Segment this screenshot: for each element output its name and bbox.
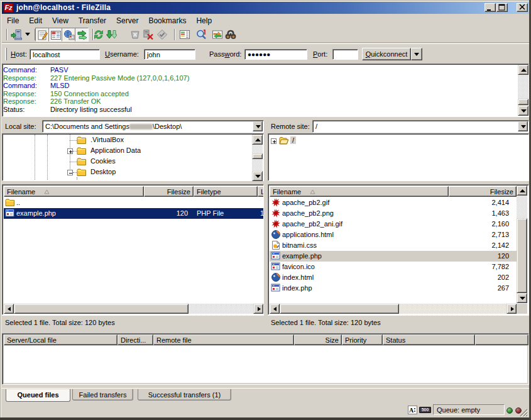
column-header-size[interactable]: Size [294, 334, 342, 345]
file-row-example-php[interactable]: example.php 120 PHP File 1 [4, 208, 263, 219]
column-header-remote-file[interactable]: Remote file [153, 334, 294, 345]
column-header-direction[interactable]: Directi... [118, 334, 153, 345]
file-row[interactable]: favicon.ico 7,782 [270, 262, 517, 272]
host-label: Host: [11, 50, 27, 58]
column-header-filesize[interactable]: Filesize [449, 186, 517, 197]
synchronized-browsing-button[interactable] [211, 28, 224, 41]
quickconnect-button[interactable]: Quickconnect [362, 48, 411, 60]
scroll-down-button[interactable] [517, 293, 527, 303]
scroll-thumb[interactable] [518, 99, 528, 105]
minimize-button[interactable] [484, 3, 496, 12]
local-file-list: Filename Filesize Filetype L .. example.… [2, 184, 264, 315]
scroll-left-button[interactable] [4, 304, 14, 314]
file-row[interactable]: index.html 202 [270, 272, 517, 283]
remote-list-vscrollbar[interactable] [517, 185, 527, 303]
remote-site-label: Remote site: [271, 123, 310, 130]
file-row[interactable]: applications.html 2,713 [270, 229, 517, 240]
site-manager-dropdown-button[interactable] [24, 28, 32, 41]
username-input[interactable]: john [144, 49, 195, 60]
toggle-transfer-queue-button[interactable] [75, 28, 89, 41]
local-site-dropdown-button[interactable] [253, 121, 263, 131]
remote-site-combobox[interactable]: / [312, 120, 529, 133]
expand-plus-icon[interactable] [67, 148, 73, 154]
scroll-right-button[interactable] [253, 304, 263, 314]
remote-tree: / [268, 133, 529, 181]
menu-transfer[interactable]: Transfer [74, 15, 111, 26]
scroll-thumb[interactable] [14, 304, 189, 314]
quickconnect-dropdown-button[interactable] [411, 48, 422, 60]
directory-comparison-button[interactable] [194, 28, 208, 41]
column-header-priority[interactable]: Priority [342, 334, 383, 345]
find-files-button[interactable] [224, 28, 238, 41]
scroll-left-button[interactable] [270, 304, 280, 314]
host-input[interactable]: localhost [30, 49, 100, 60]
resize-grip[interactable] [520, 409, 528, 417]
refresh-button[interactable] [92, 28, 106, 41]
file-row-example-php[interactable]: example.php 120 [270, 251, 517, 262]
tab-successful-transfers[interactable]: Successful transfers (1) [138, 389, 231, 401]
column-header-filetype[interactable]: Filetype [194, 186, 258, 197]
file-row[interactable]: apache_pb2.gif 2,414 [270, 197, 517, 208]
scroll-thumb[interactable] [252, 153, 263, 159]
column-header-filename[interactable]: Filename [270, 186, 449, 197]
local-list-hscrollbar[interactable] [4, 304, 263, 314]
scroll-thumb[interactable] [280, 304, 399, 314]
scroll-up-button[interactable] [517, 185, 527, 196]
scroll-up-button[interactable] [252, 135, 263, 145]
file-row[interactable]: bitnami.css 2,142 [270, 240, 517, 251]
disconnect-button[interactable] [141, 28, 155, 41]
password-input[interactable]: ●●●●●● [244, 49, 307, 60]
menu-help[interactable]: Help [191, 15, 217, 26]
transfer-type-icon[interactable]: A [408, 406, 417, 414]
cancel-operation-button[interactable] [128, 28, 142, 41]
maximize-button[interactable] [496, 3, 508, 12]
file-row[interactable]: index.php 267 [270, 283, 517, 294]
tree-item-application-data[interactable]: Application Data [3, 146, 252, 157]
window-border [0, 417, 531, 420]
column-header-last-modified[interactable]: L [258, 186, 263, 197]
expand-plus-icon[interactable] [271, 138, 276, 144]
log-scrollbar[interactable] [518, 65, 528, 116]
column-header-filesize[interactable]: Filesize [144, 186, 194, 197]
file-row[interactable]: apache_pb2_ani.gif 2,160 [270, 219, 517, 229]
toggle-local-tree-button[interactable] [48, 28, 62, 41]
process-queue-button[interactable] [104, 28, 118, 41]
scroll-up-button[interactable] [518, 65, 528, 75]
scroll-down-button[interactable] [252, 171, 263, 181]
scroll-thumb[interactable] [517, 218, 527, 293]
toggle-remote-tree-button[interactable] [62, 28, 75, 41]
column-header-status[interactable]: Status [383, 334, 475, 345]
menu-bookmarks[interactable]: Bookmarks [143, 15, 191, 26]
site-manager-button[interactable] [9, 28, 23, 41]
tab-failed-transfers[interactable]: Failed transfers [72, 389, 133, 401]
column-header-filename[interactable]: Filename [4, 186, 144, 197]
filezilla-app-icon[interactable]: Fz [4, 3, 13, 13]
local-tree-scrollbar[interactable] [252, 135, 263, 181]
menu-view[interactable]: View [47, 15, 74, 26]
directory-listing-filters-button[interactable] [178, 28, 192, 41]
menu-edit[interactable]: Edit [24, 15, 47, 26]
menu-file[interactable]: File [2, 15, 24, 26]
tree-item-desktop[interactable]: Desktop [3, 167, 252, 178]
scroll-right-button[interactable] [506, 304, 517, 314]
remote-list-hscrollbar[interactable] [270, 304, 517, 314]
port-input[interactable] [332, 49, 358, 60]
local-site-combobox[interactable]: C:\Documents and Settings\Desktop\ [42, 120, 264, 133]
tree-item-virtualbox[interactable]: .VirtualBox [3, 135, 252, 146]
title-bar[interactable]: Fz john@localhost - FileZilla [2, 2, 529, 14]
file-row-parent-dir[interactable]: .. [4, 197, 263, 208]
collapse-minus-icon[interactable] [67, 170, 73, 175]
remote-site-dropdown-button[interactable] [518, 121, 528, 131]
reconnect-button[interactable] [155, 28, 169, 41]
tree-item-root[interactable]: / [269, 136, 527, 146]
menu-server[interactable]: Server [111, 15, 143, 26]
scroll-down-button[interactable] [518, 106, 528, 116]
tab-queued-files[interactable]: Queued files [6, 389, 70, 402]
local-site-path: C:\Documents and Settings\Desktop\ [45, 123, 182, 130]
column-header-server-local-file[interactable]: Server/Local file [4, 334, 118, 345]
close-button[interactable] [517, 3, 528, 12]
toggle-message-log-button[interactable] [35, 28, 49, 41]
speed-limits-icon[interactable]: 500 [419, 407, 431, 413]
tree-item-cookies[interactable]: Cookies [3, 157, 252, 167]
file-row[interactable]: apache_pb2.png 1,463 [270, 208, 517, 219]
